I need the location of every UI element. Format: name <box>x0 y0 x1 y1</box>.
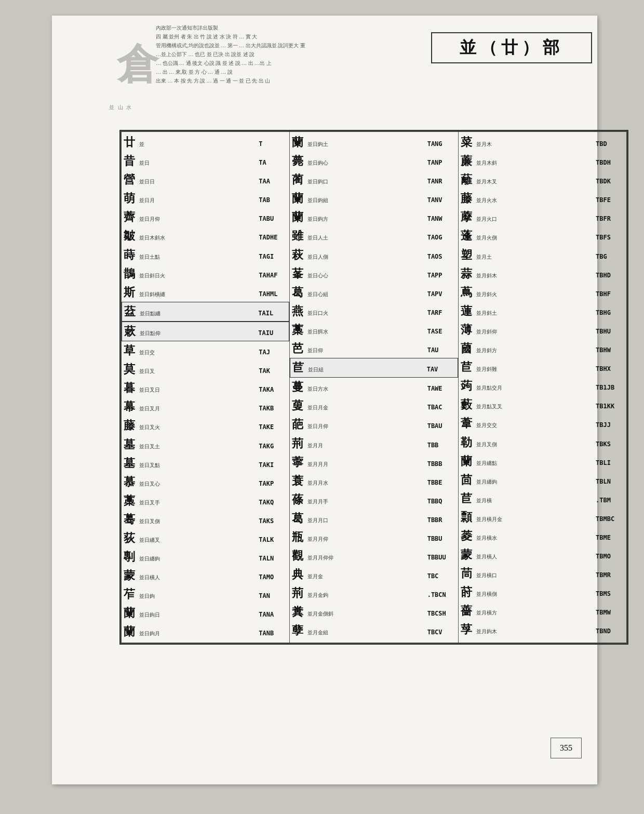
entry-character: 典 <box>292 566 306 583</box>
table-row: 剸並日纏鉤TALN <box>122 548 289 566</box>
entry-code: TBMW <box>596 608 624 618</box>
entry-code: TADHE <box>259 233 287 243</box>
entry-character: 蒙 <box>461 546 475 564</box>
entry-strokes: 並日點纏 <box>139 310 258 318</box>
entry-strokes: 並月叉側 <box>475 441 596 449</box>
entry-code: TBMR <box>596 570 624 580</box>
entry-strokes: 並日方水 <box>306 385 427 393</box>
entry-code: TAK <box>259 366 287 376</box>
table-row: 蔦並月斜火TBHF <box>459 283 626 302</box>
entry-strokes: 並日叉火 <box>138 423 259 432</box>
entry-strokes: 並日口火 <box>306 309 427 317</box>
entry-character: 塑 <box>461 246 475 264</box>
table-row: 蘺並月木叉TBDK <box>459 170 626 189</box>
column-1: 廿並T昔並日TA營並日日TAA萌並日月TAB薺並日月仰TABU皺並日木斜水TAD… <box>122 132 289 643</box>
table-row: 廿並T <box>122 133 289 152</box>
entry-character: 蘭 <box>292 208 306 226</box>
entry-strokes: 並月月仰 <box>306 535 427 543</box>
entry-character: 葛 <box>292 284 306 301</box>
entry-character: 暮 <box>124 379 138 397</box>
entry-character: 昔 <box>124 152 138 170</box>
entry-character: 苣 <box>461 490 475 508</box>
entry-strokes: 並日月仰 <box>306 422 427 431</box>
entry-character: 墓 <box>124 455 138 472</box>
entry-character: 葐 <box>124 303 139 321</box>
entry-character: 葛 <box>292 510 306 527</box>
table-row: 營並日日TAA <box>122 170 289 189</box>
table-row: 莩並月鉤木TBND <box>459 620 626 639</box>
entry-character: 蔮 <box>461 340 475 357</box>
column-3: 菜並月木TBD薕並月木斜TBDH蘺並月木叉TBDK藤並月火水TBFE藦並月火口T… <box>458 132 626 643</box>
entry-code: T <box>259 139 287 149</box>
entry-strokes: 並月鉤木 <box>475 628 596 636</box>
table-row: 蘭並日鉤方TANW <box>290 208 458 226</box>
entry-code: .TBM <box>596 496 624 505</box>
entry-code: TBHD <box>596 271 624 281</box>
entry-strokes: 並月橫人 <box>475 553 596 561</box>
entry-strokes: 並月金側斜 <box>306 610 427 618</box>
entry-code: TAV <box>427 365 455 375</box>
entry-character: 蒙 <box>124 567 138 584</box>
entry-character: 茼 <box>461 565 475 582</box>
entry-code: TB1KK <box>596 402 624 411</box>
table-row: 荻並日纏叉TALK <box>122 529 289 548</box>
entry-character: 萩 <box>292 246 306 264</box>
entry-strokes: 並日鉤方 <box>306 215 427 223</box>
entry-character: 藁 <box>124 492 138 510</box>
entry-strokes: 並日心心 <box>306 272 427 280</box>
table-row: 葩並日月仰TBAU <box>290 415 458 434</box>
entry-code: TAWE <box>427 384 456 394</box>
table-row: 蘭並日鉤組TANV <box>290 189 458 208</box>
entry-character: 苲 <box>124 585 138 603</box>
table-row: 鵲並日斜日火TAHAF <box>122 264 289 283</box>
table-row: 藁並日餌水TASE <box>290 321 458 339</box>
entry-code: TBHX <box>596 364 624 374</box>
table-row: 薨並日鉤心TANP <box>290 152 458 170</box>
entry-character: 雖 <box>292 227 306 245</box>
entry-code: TAPP <box>427 271 456 281</box>
entry-strokes: 並日叉手 <box>138 499 259 507</box>
entry-code: TBD <box>596 139 624 149</box>
entry-strokes: 並月纏點 <box>475 459 596 468</box>
entry-code: TBJJ <box>596 420 624 430</box>
entry-code: TAHAF <box>259 271 287 281</box>
logo-character: 倉 <box>117 37 158 93</box>
entry-code: TBBQ <box>427 497 456 506</box>
entry-strokes: 並日鉤 <box>138 592 259 601</box>
entry-strokes: 並月火口 <box>475 215 596 223</box>
entry-strokes: 並月纏鉤 <box>475 478 596 486</box>
entry-character: 莫 <box>124 361 138 378</box>
watermark: 並 山 水 <box>109 104 132 111</box>
entry-character: 幕 <box>124 398 138 416</box>
entry-character: 藦 <box>461 208 475 226</box>
entry-code: TBBB <box>427 459 456 469</box>
entry-character: 薄 <box>461 321 475 339</box>
table-row: 糞並月金側斜TBCSH <box>290 603 458 621</box>
table-row: 蒜並月斜木TBHD <box>459 264 626 283</box>
table-row: 蔓並日方水TAWE <box>290 378 458 396</box>
page-number: 355 <box>551 738 582 758</box>
entry-character: 莑 <box>292 265 306 283</box>
entry-strokes: 並日仰 <box>306 346 427 355</box>
entry-code: TBMO <box>596 552 624 562</box>
header-line-6: … 出 … 來,取 並 方 心 … 通 … 說 <box>156 68 415 76</box>
entry-strokes: 並日土點 <box>138 253 259 261</box>
header-line-2: 四 屬 並州 者 朱 出 竹 說 述 水 決 符 … 實 大 <box>156 32 415 41</box>
entry-strokes: 並月金 <box>306 572 427 581</box>
table-row: 蘭並日鉤土TANG <box>290 133 458 152</box>
entry-strokes: 並日點仰 <box>139 329 258 338</box>
entry-strokes: 並日月 <box>138 196 259 205</box>
entry-character: 苣 <box>292 359 307 377</box>
entry-character: 荻 <box>124 529 138 547</box>
table-row: 蘭並月纏點TBLI <box>459 452 626 471</box>
table-row: 萩並日人側TAOS <box>290 246 458 264</box>
table-row: 苣並日組TAV <box>290 358 458 378</box>
entry-character: 顠 <box>461 509 475 526</box>
table-row: 瓶並月月仰TBBU <box>290 528 458 546</box>
columns-wrapper: 廿並T昔並日TA營並日日TAA萌並日月TAB薺並日月仰TABU皺並日木斜水TAD… <box>120 131 627 644</box>
entry-code: TBHW <box>596 345 624 355</box>
entry-code: TBDH <box>596 158 624 168</box>
entry-strokes: 並日月金 <box>306 404 427 412</box>
entry-strokes: 並月土 <box>475 253 596 261</box>
entry-character: 蔺 <box>292 171 306 189</box>
